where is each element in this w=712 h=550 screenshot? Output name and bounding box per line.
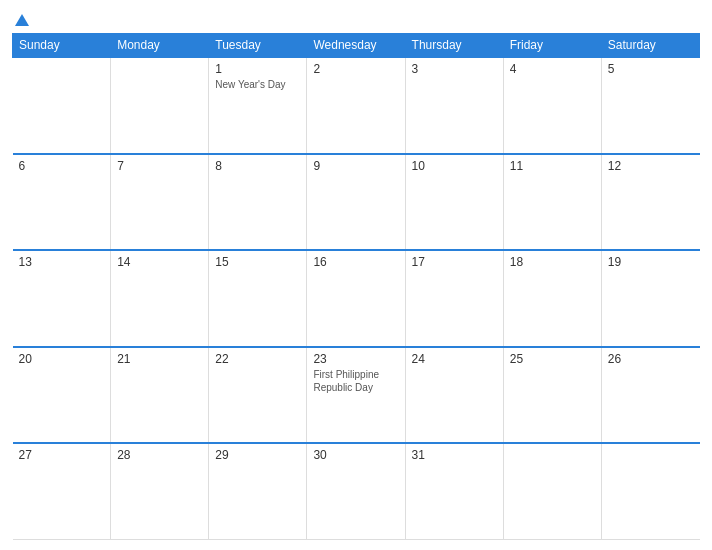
calendar-cell: 7 (111, 154, 209, 251)
logo (12, 14, 31, 27)
calendar-cell: 21 (111, 347, 209, 444)
col-header-tuesday: Tuesday (209, 34, 307, 58)
calendar-cell: 16 (307, 250, 405, 347)
calendar-cell: 29 (209, 443, 307, 540)
col-header-thursday: Thursday (405, 34, 503, 58)
week-row-2: 6789101112 (13, 154, 700, 251)
calendar-cell: 5 (601, 57, 699, 154)
week-row-4: 20212223First Philippine Republic Day242… (13, 347, 700, 444)
calendar-cell: 1New Year's Day (209, 57, 307, 154)
calendar-cell: 25 (503, 347, 601, 444)
day-number: 5 (608, 62, 694, 76)
calendar-cell (111, 57, 209, 154)
day-number: 17 (412, 255, 497, 269)
week-row-3: 13141516171819 (13, 250, 700, 347)
day-number: 26 (608, 352, 694, 366)
day-number: 28 (117, 448, 202, 462)
day-number: 3 (412, 62, 497, 76)
calendar-cell: 9 (307, 154, 405, 251)
calendar-cell: 27 (13, 443, 111, 540)
day-number: 12 (608, 159, 694, 173)
day-number: 6 (19, 159, 105, 173)
calendar-cell: 24 (405, 347, 503, 444)
calendar-cell: 18 (503, 250, 601, 347)
calendar-cell: 10 (405, 154, 503, 251)
calendar-cell: 13 (13, 250, 111, 347)
calendar-cell (13, 57, 111, 154)
day-number: 11 (510, 159, 595, 173)
day-number: 23 (313, 352, 398, 366)
week-row-1: 1New Year's Day2345 (13, 57, 700, 154)
calendar-cell: 14 (111, 250, 209, 347)
calendar-cell: 2 (307, 57, 405, 154)
day-number: 25 (510, 352, 595, 366)
day-number: 9 (313, 159, 398, 173)
col-header-sunday: Sunday (13, 34, 111, 58)
calendar-cell: 19 (601, 250, 699, 347)
calendar-cell: 17 (405, 250, 503, 347)
col-header-saturday: Saturday (601, 34, 699, 58)
calendar-cell: 26 (601, 347, 699, 444)
calendar-cell (601, 443, 699, 540)
day-number: 29 (215, 448, 300, 462)
calendar-table: SundayMondayTuesdayWednesdayThursdayFrid… (12, 33, 700, 540)
day-number: 15 (215, 255, 300, 269)
calendar-header (12, 10, 700, 33)
col-header-monday: Monday (111, 34, 209, 58)
calendar-cell: 23First Philippine Republic Day (307, 347, 405, 444)
calendar-cell: 28 (111, 443, 209, 540)
week-row-5: 2728293031 (13, 443, 700, 540)
day-number: 16 (313, 255, 398, 269)
calendar-cell: 30 (307, 443, 405, 540)
calendar-page: SundayMondayTuesdayWednesdayThursdayFrid… (0, 0, 712, 550)
calendar-cell: 22 (209, 347, 307, 444)
day-number: 14 (117, 255, 202, 269)
holiday-label: First Philippine Republic Day (313, 368, 398, 394)
day-number: 24 (412, 352, 497, 366)
day-number: 20 (19, 352, 105, 366)
logo-triangle-icon (15, 14, 29, 26)
day-number: 19 (608, 255, 694, 269)
calendar-cell: 11 (503, 154, 601, 251)
day-number: 27 (19, 448, 105, 462)
calendar-cell: 3 (405, 57, 503, 154)
calendar-cell: 15 (209, 250, 307, 347)
calendar-cell: 12 (601, 154, 699, 251)
calendar-cell: 4 (503, 57, 601, 154)
day-number: 21 (117, 352, 202, 366)
day-number: 31 (412, 448, 497, 462)
calendar-header-row: SundayMondayTuesdayWednesdayThursdayFrid… (13, 34, 700, 58)
day-number: 30 (313, 448, 398, 462)
day-number: 1 (215, 62, 300, 76)
day-number: 10 (412, 159, 497, 173)
day-number: 22 (215, 352, 300, 366)
day-number: 8 (215, 159, 300, 173)
calendar-cell: 31 (405, 443, 503, 540)
calendar-cell: 8 (209, 154, 307, 251)
day-number: 18 (510, 255, 595, 269)
day-number: 7 (117, 159, 202, 173)
col-header-friday: Friday (503, 34, 601, 58)
day-number: 13 (19, 255, 105, 269)
day-number: 2 (313, 62, 398, 76)
calendar-cell: 6 (13, 154, 111, 251)
calendar-cell (503, 443, 601, 540)
day-number: 4 (510, 62, 595, 76)
calendar-cell: 20 (13, 347, 111, 444)
col-header-wednesday: Wednesday (307, 34, 405, 58)
holiday-label: New Year's Day (215, 78, 300, 91)
